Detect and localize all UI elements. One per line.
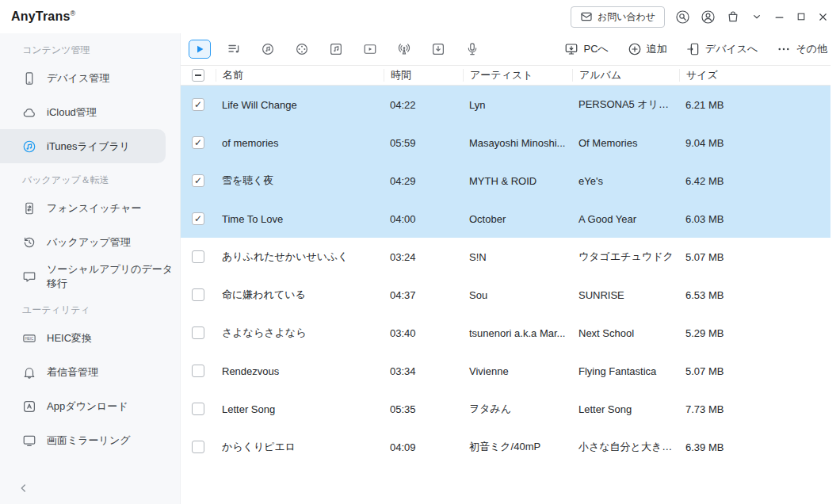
table-row[interactable]: of memories 05:59 Masayoshi Minoshi... O… [181, 124, 830, 162]
contact-button[interactable]: お問い合わせ [571, 6, 665, 28]
cell-duration: 05:35 [384, 403, 463, 415]
row-checkbox-cell [181, 98, 216, 111]
table-row[interactable]: さよならさよなら 03:40 tsunenori a.k.a Mar... Ne… [181, 314, 830, 352]
row-checkbox[interactable] [192, 98, 204, 111]
cell-album: Next School [572, 327, 679, 339]
column-header-artist[interactable]: アーティスト [463, 69, 572, 82]
close-icon[interactable] [817, 11, 829, 23]
to-pc-button[interactable]: PCへ [564, 42, 608, 56]
table-row[interactable]: ありふれたせかいせいふく 03:24 S!N ウタゴエチュウドク 5.07 MB [181, 238, 830, 276]
sidebar-collapse-icon[interactable] [17, 482, 30, 494]
add-button[interactable]: 追加 [628, 42, 667, 56]
cell-album: Letter Song [572, 403, 679, 415]
itunes-icon [22, 139, 36, 154]
cell-album: SUNRISE [572, 289, 679, 301]
cell-duration: 03:34 [384, 365, 463, 377]
to-device-label: デバイスへ [705, 42, 758, 56]
table-header: 名前 時間 アーティスト アルバム サイズ [181, 65, 830, 86]
row-checkbox[interactable] [192, 212, 204, 225]
search-icon[interactable] [675, 10, 690, 25]
tab-music-videos[interactable] [325, 40, 347, 59]
row-checkbox[interactable] [192, 136, 204, 149]
cell-album: 小さな自分と大きな世... [572, 440, 679, 454]
tab-movies[interactable] [291, 40, 313, 59]
table-row[interactable]: Rendezvous 03:34 Vivienne Flying Fantast… [181, 352, 830, 390]
table-row[interactable]: Letter Song 05:35 ヲタみん Letter Song 7.73 … [181, 390, 830, 428]
sidebar-item-itunes-library[interactable]: iTunesライブラリ [0, 129, 166, 163]
minimize-icon[interactable] [773, 11, 785, 23]
screen-mirroring-icon [22, 433, 36, 448]
table-body: Life Will Change 04:22 Lyn PERSONA5 オリジナ… [181, 86, 830, 466]
sidebar-item-icloud-management[interactable]: iCloud管理 [0, 95, 180, 129]
tab-tv-shows[interactable] [359, 40, 381, 59]
sidebar-item-social-app-transfer[interactable]: ソーシャルアプリのデータ移行 [0, 259, 180, 293]
store-bag-icon[interactable] [726, 10, 740, 24]
ringtone-bell-icon [22, 365, 36, 380]
tab-podcasts[interactable] [393, 40, 415, 59]
cell-size: 7.73 MB [679, 403, 830, 415]
cell-size: 6.39 MB [679, 441, 830, 453]
sidebar-item-screen-mirroring[interactable]: 画面ミラーリング [0, 423, 180, 457]
column-header-time[interactable]: 時間 [384, 69, 463, 82]
maximize-icon[interactable] [796, 11, 807, 22]
sidebar: コンテンツ管理 デバイス管理 iCloud管理 iTunesライブラリ バックア… [0, 33, 181, 504]
sidebar-item-device-management[interactable]: デバイス管理 [0, 61, 180, 95]
cell-artist: Lyn [463, 99, 572, 111]
row-checkbox-cell [181, 250, 216, 263]
sidebar-item-label: フォンスイッチャー [47, 201, 141, 216]
cell-song-name: Time To Love [216, 213, 384, 225]
audiobook-import-icon [431, 42, 445, 56]
add-label: 追加 [647, 42, 667, 56]
to-device-button[interactable]: デバイスへ [686, 42, 758, 56]
sidebar-item-phone-switcher[interactable]: フォンスイッチャー [0, 191, 180, 225]
sidebar-item-heic-convert[interactable]: HEIC HEIC変換 [0, 321, 180, 355]
table-row[interactable]: Time To Love 04:00 October A Good Year 6… [181, 200, 830, 238]
tab-ringtones[interactable] [257, 40, 279, 59]
row-checkbox[interactable] [192, 174, 204, 187]
top-bar: AnyTrans® お問い合わせ [0, 0, 840, 33]
select-all-checkbox[interactable] [192, 69, 204, 82]
row-checkbox[interactable] [192, 326, 204, 339]
cell-size: 6.42 MB [679, 175, 830, 187]
more-button[interactable]: その他 [777, 42, 827, 56]
category-toolbar: PCへ 追加 デバイスへ その他 [181, 33, 840, 65]
cell-size: 6.03 MB [679, 213, 830, 225]
sidebar-item-backup-management[interactable]: バックアップ管理 [0, 225, 180, 259]
sidebar-item-app-download[interactable]: Appダウンロード [0, 389, 180, 423]
add-icon [628, 42, 642, 56]
tab-voice-memos[interactable] [461, 40, 483, 59]
tab-music[interactable] [189, 40, 211, 59]
chevron-down-icon[interactable] [750, 10, 763, 23]
app-logo: AnyTrans® [11, 10, 75, 24]
to-pc-label: PCへ [583, 42, 608, 56]
row-checkbox[interactable] [192, 441, 204, 453]
cell-size: 6.21 MB [679, 99, 830, 111]
row-checkbox[interactable] [192, 365, 204, 377]
microphone-icon [465, 42, 479, 56]
cell-song-name: 命に嫌われている [216, 288, 384, 302]
row-checkbox-cell [181, 326, 216, 339]
column-header-album[interactable]: アルバム [572, 69, 679, 82]
sidebar-item-ringtone-management[interactable]: 着信音管理 [0, 355, 180, 389]
tv-icon [363, 42, 377, 56]
podcast-icon [397, 42, 411, 56]
cell-artist: tsunenori a.k.a Mar... [463, 327, 572, 339]
cell-duration: 04:22 [384, 99, 463, 111]
sidebar-item-label: ソーシャルアプリのデータ移行 [47, 262, 180, 291]
svg-text:HEIC: HEIC [25, 336, 35, 340]
account-icon[interactable] [701, 10, 716, 25]
row-checkbox[interactable] [192, 403, 204, 415]
device-icon [22, 71, 36, 86]
tab-playlist[interactable] [223, 40, 245, 59]
column-header-name[interactable]: 名前 [216, 69, 384, 82]
row-checkbox[interactable] [192, 250, 204, 263]
table-row[interactable]: 雪を聴く夜 04:29 MYTH & ROID eYe's 6.42 MB [181, 162, 830, 200]
row-checkbox-cell [181, 174, 216, 187]
table-row[interactable]: からくりピエロ 04:09 初音ミク/40mP 小さな自分と大きな世... 6.… [181, 428, 830, 466]
column-header-size[interactable]: サイズ [679, 69, 830, 82]
table-row[interactable]: 命に嫌われている 04:37 Sou SUNRISE 6.53 MB [181, 276, 830, 314]
row-checkbox-cell [181, 136, 216, 149]
tab-audiobooks[interactable] [427, 40, 449, 59]
row-checkbox[interactable] [192, 288, 204, 301]
table-row[interactable]: Life Will Change 04:22 Lyn PERSONA5 オリジナ… [181, 86, 830, 124]
